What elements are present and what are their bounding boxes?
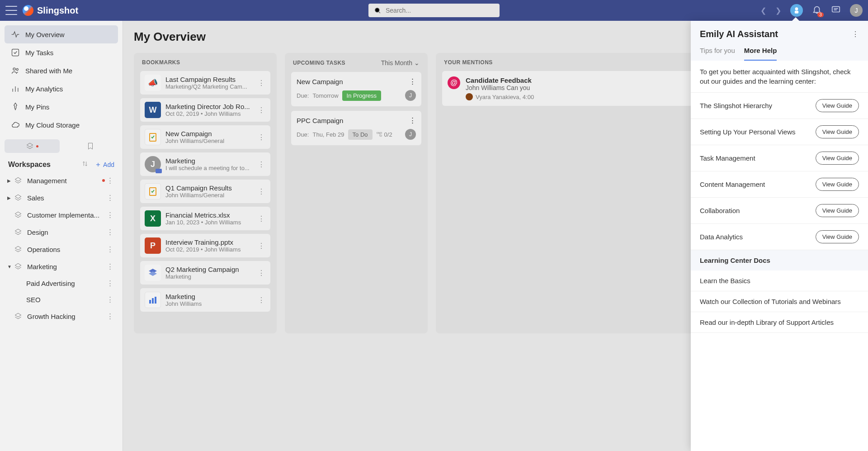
nav-back-icon[interactable]: ❮ (760, 6, 766, 15)
more-icon[interactable]: ⋮ (257, 214, 266, 223)
workspace-growth[interactable]: ▶ Growth Hacking ⋮ (5, 308, 118, 325)
more-icon[interactable]: ⋮ (257, 133, 266, 142)
guide-label: Collaboration (700, 207, 740, 214)
bookmark-card[interactable]: Q2 Marketing CampaignMarketing ⋮ (140, 261, 270, 285)
stack-icon (14, 312, 23, 321)
tab-more-help[interactable]: More Help (744, 47, 777, 61)
workspace-seo[interactable]: SEO ⋮ (5, 291, 118, 308)
view-guide-button[interactable]: View Guide (816, 204, 859, 217)
more-icon[interactable]: ⋮ (105, 176, 115, 185)
view-guide-button[interactable]: View Guide (816, 152, 859, 165)
bookmark-card[interactable]: P Interview Training.pptxOct 02, 2019 • … (140, 234, 270, 257)
workspace-customer[interactable]: ▶ Customer Implementa... ⋮ (5, 206, 118, 223)
topbar-right: ❮ ❯ 3 J (760, 4, 863, 17)
notifications-button[interactable]: 3 (812, 5, 822, 16)
more-icon[interactable]: ⋮ (257, 106, 266, 114)
more-icon[interactable]: ⋮ (105, 295, 115, 304)
doc-link[interactable]: Watch our Collection of Tutorials and We… (691, 291, 868, 312)
workspace-design[interactable]: ▶ Design ⋮ (5, 223, 118, 241)
task-card[interactable]: New Campaign⋮ Due: Tomorrow In Progress … (291, 72, 421, 106)
nav-my-overview[interactable]: My Overview (5, 25, 118, 43)
task-card[interactable]: PPC Campaign⋮ Due: Thu, Feb 29 To Do 0/2… (291, 111, 421, 145)
chat-button[interactable] (831, 5, 841, 16)
bookmark-card[interactable]: MarketingJohn Williams ⋮ (140, 288, 270, 312)
more-icon[interactable]: ⋮ (257, 79, 266, 87)
bookmark-card[interactable]: Q1 Campaign ResultsJohn Williams/General… (140, 180, 270, 203)
nav-pins[interactable]: My Pins (5, 98, 118, 116)
due-label: Due: (297, 92, 309, 99)
add-label: Add (103, 161, 114, 168)
card-title: New Campaign (165, 130, 252, 138)
more-icon[interactable]: ⋮ (852, 30, 859, 38)
bookmark-card[interactable]: J MarketingI will schedule a meeting for… (140, 152, 270, 176)
doc-link[interactable]: Read our in-depth Library of Support Art… (691, 312, 868, 333)
assistant-panel: Emily AI Assistant ⋮ Tips for you More H… (691, 21, 868, 451)
svg-point-2 (795, 7, 798, 10)
add-workspace-button[interactable]: Add (95, 161, 114, 168)
bookmark-card[interactable]: W Marketing Director Job Ro...Oct 02, 20… (140, 98, 270, 122)
tab-tips[interactable]: Tips for you (700, 47, 735, 61)
at-mention-icon: @ (448, 76, 460, 89)
search-box[interactable] (368, 4, 500, 17)
svg-rect-7 (12, 49, 19, 56)
more-icon[interactable]: ⋮ (409, 116, 416, 124)
more-icon[interactable]: ⋮ (409, 77, 416, 85)
nav-cloud[interactable]: My Cloud Storage (5, 116, 118, 134)
more-icon[interactable]: ⋮ (257, 160, 266, 169)
tab-workspaces[interactable] (5, 139, 60, 153)
guide-row: Task ManagementView Guide (691, 145, 868, 171)
tab-bookmarks[interactable] (63, 139, 118, 153)
more-icon[interactable]: ⋮ (257, 242, 266, 250)
bookmark-card[interactable]: New CampaignJohn Williams/General ⋮ (140, 125, 270, 149)
assignee-avatar: J (405, 90, 416, 101)
more-icon[interactable]: ⋮ (257, 269, 266, 277)
chevron-right-icon[interactable]: ▶ (7, 178, 13, 183)
search-input[interactable] (386, 7, 494, 14)
more-icon[interactable]: ⋮ (257, 187, 266, 196)
more-icon[interactable]: ⋮ (105, 211, 115, 219)
nav-shared[interactable]: Shared with Me (5, 62, 118, 80)
guide-row: The Slingshot HierarchyView Guide (691, 93, 868, 119)
svg-rect-27 (149, 300, 151, 304)
bookmark-card[interactable]: X Financial Metrics.xlsxJan 10, 2023 • J… (140, 207, 270, 230)
logo-icon (23, 5, 33, 16)
bookmark-card[interactable]: 📣 Last Campaign ResultsMarketing/Q2 Mark… (140, 71, 270, 95)
more-icon[interactable]: ⋮ (105, 262, 115, 271)
more-icon[interactable]: ⋮ (105, 245, 115, 253)
workspace-label: SEO (26, 296, 105, 304)
more-icon[interactable]: ⋮ (105, 279, 115, 287)
stack-icon (14, 210, 23, 219)
more-icon[interactable]: ⋮ (105, 312, 115, 320)
assistant-avatar-icon[interactable] (790, 4, 803, 17)
workspaces-header: Workspaces Add (5, 157, 118, 172)
user-avatar[interactable]: J (850, 4, 863, 17)
more-icon[interactable]: ⋮ (257, 296, 266, 304)
app-logo[interactable]: Slingshot (23, 5, 78, 16)
chevron-down-icon[interactable]: ▼ (7, 264, 13, 269)
view-guide-button[interactable]: View Guide (816, 125, 859, 138)
more-icon[interactable]: ⋮ (105, 228, 115, 236)
sort-button[interactable] (81, 160, 89, 169)
more-icon[interactable]: ⋮ (105, 194, 115, 202)
chevron-right-icon[interactable]: ▶ (7, 195, 13, 200)
menu-toggle-icon[interactable] (5, 6, 17, 15)
workspace-operations[interactable]: ▶ Operations ⋮ (5, 241, 118, 258)
workspace-paid-advertising[interactable]: Paid Advertising ⋮ (5, 275, 118, 291)
workspace-label: Customer Implementa... (27, 211, 105, 219)
checkbox-icon (11, 48, 20, 57)
svg-marker-16 (15, 177, 21, 181)
workspace-marketing[interactable]: ▼ Marketing ⋮ (5, 258, 118, 275)
status-badge: To Do (348, 129, 373, 140)
users-icon (11, 66, 20, 75)
search-icon (374, 7, 381, 14)
view-guide-button[interactable]: View Guide (816, 230, 859, 243)
doc-link[interactable]: Learn the Basics (691, 271, 868, 291)
nav-my-tasks[interactable]: My Tasks (5, 43, 118, 62)
date-range-selector[interactable]: This Month ⌄ (381, 59, 420, 66)
workspace-management[interactable]: ▶ Management ⋮ (5, 172, 118, 189)
view-guide-button[interactable]: View Guide (816, 99, 859, 112)
nav-analytics[interactable]: My Analytics (5, 80, 118, 98)
view-guide-button[interactable]: View Guide (816, 178, 859, 191)
workspace-sales[interactable]: ▶ Sales ⋮ (5, 189, 118, 206)
nav-forward-icon[interactable]: ❯ (775, 6, 781, 15)
